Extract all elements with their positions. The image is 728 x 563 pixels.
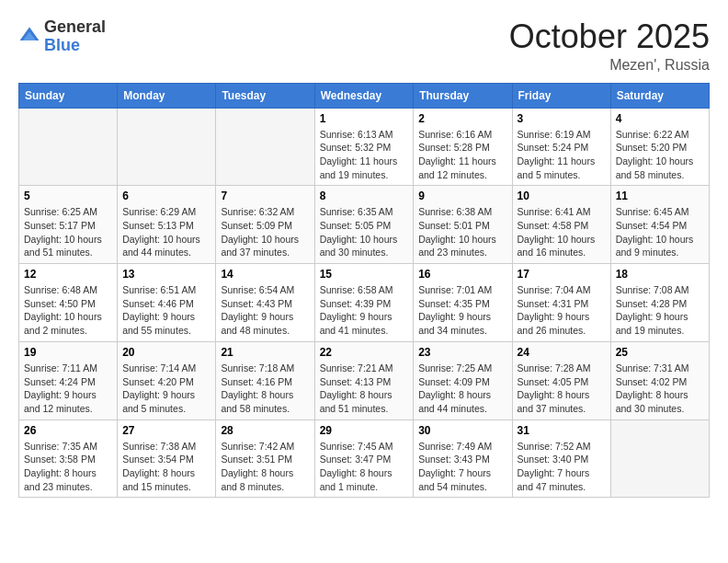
calendar-cell: 12Sunrise: 6:48 AM Sunset: 4:50 PM Dayli… [19, 264, 118, 342]
day-number: 28 [221, 424, 309, 437]
calendar-cell: 9Sunrise: 6:38 AM Sunset: 5:01 PM Daylig… [414, 186, 512, 264]
weekday-header-monday: Monday [118, 83, 216, 108]
calendar-cell: 2Sunrise: 6:16 AM Sunset: 5:28 PM Daylig… [414, 108, 512, 186]
day-detail: Sunrise: 7:18 AM Sunset: 4:16 PM Dayligh… [221, 362, 309, 416]
day-detail: Sunrise: 7:01 AM Sunset: 4:35 PM Dayligh… [418, 283, 506, 338]
day-detail: Sunrise: 7:08 AM Sunset: 4:28 PM Dayligh… [616, 283, 704, 338]
day-number: 23 [418, 346, 506, 359]
page-header: General Blue October 2025 Mezen', Russia [18, 18, 710, 74]
calendar-cell: 13Sunrise: 6:51 AM Sunset: 4:46 PM Dayli… [118, 264, 216, 342]
day-detail: Sunrise: 7:11 AM Sunset: 4:24 PM Dayligh… [24, 362, 112, 416]
calendar-cell: 27Sunrise: 7:38 AM Sunset: 3:54 PM Dayli… [118, 419, 216, 498]
day-detail: Sunrise: 6:45 AM Sunset: 4:54 PM Dayligh… [616, 205, 704, 259]
logo-general: General [44, 18, 106, 37]
day-number: 26 [24, 424, 112, 437]
day-number: 24 [518, 346, 606, 359]
day-detail: Sunrise: 6:58 AM Sunset: 4:39 PM Dayligh… [320, 283, 409, 338]
weekday-header-thursday: Thursday [414, 83, 512, 108]
calendar-cell [118, 108, 216, 186]
calendar-cell: 17Sunrise: 7:04 AM Sunset: 4:31 PM Dayli… [512, 264, 610, 342]
day-detail: Sunrise: 7:45 AM Sunset: 3:47 PM Dayligh… [320, 440, 409, 494]
day-number: 14 [221, 268, 309, 281]
location: Mezen', Russia [509, 57, 710, 74]
day-number: 25 [616, 346, 704, 359]
day-detail: Sunrise: 6:38 AM Sunset: 5:01 PM Dayligh… [418, 205, 506, 259]
calendar-cell: 16Sunrise: 7:01 AM Sunset: 4:35 PM Dayli… [414, 264, 512, 342]
day-detail: Sunrise: 7:42 AM Sunset: 3:51 PM Dayligh… [221, 440, 309, 494]
day-detail: Sunrise: 6:19 AM Sunset: 5:24 PM Dayligh… [518, 128, 606, 182]
logo-icon [18, 26, 40, 48]
day-detail: Sunrise: 7:31 AM Sunset: 4:02 PM Dayligh… [616, 362, 704, 416]
day-number: 10 [518, 190, 606, 202]
calendar-week-1: 1Sunrise: 6:13 AM Sunset: 5:32 PM Daylig… [19, 108, 710, 186]
logo-blue: Blue [44, 37, 106, 55]
calendar-cell: 4Sunrise: 6:22 AM Sunset: 5:20 PM Daylig… [610, 108, 709, 186]
day-detail: Sunrise: 7:21 AM Sunset: 4:13 PM Dayligh… [320, 362, 409, 416]
calendar-cell: 5Sunrise: 6:25 AM Sunset: 5:17 PM Daylig… [19, 186, 118, 264]
day-detail: Sunrise: 7:04 AM Sunset: 4:31 PM Dayligh… [518, 283, 606, 338]
calendar-week-2: 5Sunrise: 6:25 AM Sunset: 5:17 PM Daylig… [19, 186, 710, 264]
calendar-cell: 3Sunrise: 6:19 AM Sunset: 5:24 PM Daylig… [512, 108, 610, 186]
day-number: 15 [320, 268, 409, 281]
day-number: 11 [616, 190, 704, 202]
day-number: 5 [24, 190, 112, 202]
day-detail: Sunrise: 6:29 AM Sunset: 5:13 PM Dayligh… [122, 205, 210, 259]
title-block: October 2025 Mezen', Russia [509, 18, 710, 74]
calendar-cell: 30Sunrise: 7:49 AM Sunset: 3:43 PM Dayli… [414, 419, 512, 498]
weekday-header-friday: Friday [512, 83, 610, 108]
calendar-cell: 7Sunrise: 6:32 AM Sunset: 5:09 PM Daylig… [216, 186, 314, 264]
calendar-week-5: 26Sunrise: 7:35 AM Sunset: 3:58 PM Dayli… [19, 419, 710, 498]
month-title: October 2025 [509, 18, 710, 55]
day-number: 27 [122, 424, 210, 437]
day-number: 17 [518, 268, 606, 281]
day-number: 31 [518, 424, 606, 437]
day-number: 7 [221, 190, 309, 202]
calendar-cell: 21Sunrise: 7:18 AM Sunset: 4:16 PM Dayli… [216, 341, 314, 419]
calendar-cell: 28Sunrise: 7:42 AM Sunset: 3:51 PM Dayli… [216, 419, 314, 498]
calendar-week-3: 12Sunrise: 6:48 AM Sunset: 4:50 PM Dayli… [19, 264, 710, 342]
calendar-cell: 8Sunrise: 6:35 AM Sunset: 5:05 PM Daylig… [314, 186, 414, 264]
calendar-cell: 25Sunrise: 7:31 AM Sunset: 4:02 PM Dayli… [610, 341, 709, 419]
day-number: 6 [122, 190, 210, 202]
day-number: 9 [418, 190, 506, 202]
weekday-header-wednesday: Wednesday [314, 83, 414, 108]
calendar-cell: 31Sunrise: 7:52 AM Sunset: 3:40 PM Dayli… [512, 419, 610, 498]
day-number: 19 [24, 346, 112, 359]
day-number: 1 [320, 112, 409, 125]
day-number: 20 [122, 346, 210, 359]
day-number: 16 [418, 268, 506, 281]
day-detail: Sunrise: 6:25 AM Sunset: 5:17 PM Dayligh… [24, 205, 112, 259]
calendar-cell: 1Sunrise: 6:13 AM Sunset: 5:32 PM Daylig… [314, 108, 414, 186]
day-detail: Sunrise: 6:13 AM Sunset: 5:32 PM Dayligh… [320, 128, 409, 182]
logo-text: General Blue [44, 18, 106, 55]
calendar-cell: 15Sunrise: 6:58 AM Sunset: 4:39 PM Dayli… [314, 264, 414, 342]
weekday-header-tuesday: Tuesday [216, 83, 314, 108]
day-detail: Sunrise: 7:49 AM Sunset: 3:43 PM Dayligh… [418, 440, 506, 494]
day-detail: Sunrise: 7:28 AM Sunset: 4:05 PM Dayligh… [518, 362, 606, 416]
day-detail: Sunrise: 7:52 AM Sunset: 3:40 PM Dayligh… [518, 440, 606, 494]
day-detail: Sunrise: 6:41 AM Sunset: 4:58 PM Dayligh… [518, 205, 606, 259]
day-detail: Sunrise: 6:54 AM Sunset: 4:43 PM Dayligh… [221, 283, 309, 338]
calendar-cell: 26Sunrise: 7:35 AM Sunset: 3:58 PM Dayli… [19, 419, 118, 498]
calendar-cell [216, 108, 314, 186]
calendar-week-4: 19Sunrise: 7:11 AM Sunset: 4:24 PM Dayli… [19, 341, 710, 419]
day-number: 22 [320, 346, 409, 359]
calendar-cell: 20Sunrise: 7:14 AM Sunset: 4:20 PM Dayli… [118, 341, 216, 419]
day-number: 8 [320, 190, 409, 202]
day-detail: Sunrise: 6:51 AM Sunset: 4:46 PM Dayligh… [122, 283, 210, 338]
calendar-cell [610, 419, 709, 498]
day-number: 12 [24, 268, 112, 281]
day-detail: Sunrise: 7:38 AM Sunset: 3:54 PM Dayligh… [122, 440, 210, 494]
day-detail: Sunrise: 6:48 AM Sunset: 4:50 PM Dayligh… [24, 283, 112, 338]
calendar-cell: 6Sunrise: 6:29 AM Sunset: 5:13 PM Daylig… [118, 186, 216, 264]
weekday-header-row: SundayMondayTuesdayWednesdayThursdayFrid… [19, 83, 710, 108]
day-number: 30 [418, 424, 506, 437]
day-detail: Sunrise: 6:22 AM Sunset: 5:20 PM Dayligh… [616, 128, 704, 182]
calendar-cell: 24Sunrise: 7:28 AM Sunset: 4:05 PM Dayli… [512, 341, 610, 419]
calendar-table: SundayMondayTuesdayWednesdayThursdayFrid… [18, 83, 710, 499]
day-number: 2 [418, 112, 506, 125]
day-number: 18 [616, 268, 704, 281]
day-detail: Sunrise: 7:14 AM Sunset: 4:20 PM Dayligh… [122, 362, 210, 416]
day-detail: Sunrise: 6:32 AM Sunset: 5:09 PM Dayligh… [221, 205, 309, 259]
calendar-cell: 10Sunrise: 6:41 AM Sunset: 4:58 PM Dayli… [512, 186, 610, 264]
